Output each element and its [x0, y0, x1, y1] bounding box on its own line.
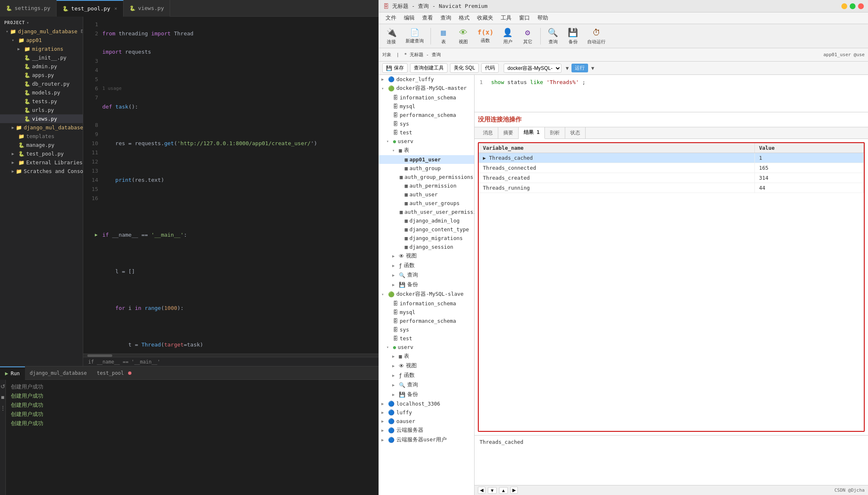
tree-slave-sys[interactable]: 🗄 sys: [379, 325, 474, 334]
tree-slave-mysql[interactable]: 🗄 mysql: [379, 308, 474, 317]
toolbar-newquery-btn[interactable]: 📄 新建查询: [402, 26, 427, 46]
toolbar-func-btn[interactable]: f(x) 函数: [474, 27, 497, 45]
tree-slave-funcs[interactable]: ▶ ƒ 函数: [379, 371, 474, 380]
beautify-btn[interactable]: 美化 SQL: [450, 63, 479, 73]
tree-item-models[interactable]: 🐍 models.py: [0, 88, 83, 97]
tree-item-urls[interactable]: 🐍 urls.py: [0, 106, 83, 114]
tab-settings[interactable]: 🐍 settings.py: [0, 0, 57, 17]
code-btn[interactable]: 代码: [481, 63, 499, 73]
tree-funcs-master[interactable]: ▶ ƒ 函数: [379, 261, 474, 270]
menu-favorites[interactable]: 收藏夹: [474, 14, 497, 22]
result-tab-profile[interactable]: 剖析: [545, 127, 565, 139]
tree-item-db-router[interactable]: 🐍 db_router.py: [0, 79, 83, 88]
menu-format[interactable]: 格式: [455, 14, 473, 22]
run-tab-django[interactable]: django_mul_database: [25, 366, 92, 380]
tree-slave-info[interactable]: 🗄 information_schema: [379, 299, 474, 308]
tree-slave-perf[interactable]: 🗄 performance_schema: [379, 317, 474, 325]
col-header-var[interactable]: Variable_name: [479, 143, 754, 153]
tree-slave-userv[interactable]: ▾ ● userv: [379, 343, 474, 351]
query-creator-btn[interactable]: 查询创建工具: [410, 63, 448, 73]
tree-test[interactable]: 🗄 test: [379, 128, 474, 137]
tree-auth-user-perm[interactable]: ▦ auth_user_user_permissions: [379, 208, 474, 216]
run-stop-btn[interactable]: ■: [0, 393, 5, 401]
table-row-3[interactable]: Threads_running 44: [479, 183, 864, 193]
menu-file[interactable]: 文件: [382, 14, 400, 22]
run-tab-testpool[interactable]: test_pool: [92, 366, 136, 380]
tree-master[interactable]: ▾ 🟢 docker容器-MySQL-master: [379, 84, 474, 93]
tree-auth-perm[interactable]: ▦ auth_permission: [379, 181, 474, 190]
nav-prev-btn[interactable]: ◀: [478, 487, 485, 494]
tree-item-admin[interactable]: 🐍 admin.py: [0, 62, 83, 71]
toolbar-backup-btn[interactable]: 💾 备份: [564, 26, 582, 47]
tree-userv-master[interactable]: ▾ ● userv: [379, 137, 474, 146]
result-tab-msg[interactable]: 消息: [478, 127, 498, 139]
window-close-btn[interactable]: [858, 3, 864, 9]
run-tab-run[interactable]: ▶ Run: [0, 366, 25, 380]
menu-view[interactable]: 查看: [419, 14, 436, 22]
table-row-2[interactable]: Threads_created 314: [479, 173, 864, 183]
tree-django-admin[interactable]: ▦ django_admin_log: [379, 216, 474, 225]
toolbar-table-btn[interactable]: ▦ 表: [434, 26, 453, 47]
run-dropdown-arrow[interactable]: ▼: [591, 65, 594, 71]
tree-item-test-pool-file[interactable]: ▶ 🐍 test_pool.py: [0, 149, 83, 158]
result-tab-summary[interactable]: 摘要: [498, 127, 519, 139]
tree-cloud-user[interactable]: ▶ 🔵 云端服务器user用户: [379, 435, 474, 445]
toolbar-auto-btn[interactable]: ⏱ 自动运行: [584, 26, 609, 47]
nav-up-btn[interactable]: ▲: [499, 487, 508, 494]
run-restart-btn[interactable]: ↺: [0, 382, 6, 391]
connection-select[interactable]: docker容器-MySQL-: [504, 64, 561, 73]
tree-item-templates[interactable]: 📁 templates: [0, 132, 83, 141]
tree-item-ext-libs[interactable]: ▶ 📁 External Libraries: [0, 158, 83, 167]
save-btn[interactable]: 💾 保存: [382, 63, 408, 73]
tree-app01-user[interactable]: ▦ app01_user: [379, 155, 474, 164]
nav-next-btn[interactable]: ▼: [488, 487, 497, 494]
tree-item-scratches[interactable]: ▶ 📁 Scratches and Consoles: [0, 167, 83, 176]
table-row-0[interactable]: ▶ Threads_cached 1: [479, 153, 864, 163]
tree-backup-master[interactable]: ▶ 💾 备份: [379, 280, 474, 290]
tree-slave-backup[interactable]: ▶ 💾 备份: [379, 390, 474, 399]
query-editor[interactable]: 1 show status like 'Threads%' ;: [475, 75, 868, 112]
tab-views[interactable]: 🐍 views.py: [124, 0, 171, 17]
run-query-btn[interactable]: 运行: [571, 64, 588, 72]
project-header[interactable]: Project ▾: [0, 18, 83, 27]
code-content[interactable]: from threading import Thread import requ…: [102, 17, 378, 354]
table-row-1[interactable]: Threads_connected 165: [479, 163, 864, 173]
toolbar-query2-btn[interactable]: 🔍 查询: [544, 26, 562, 47]
code-editor[interactable]: 1 2 3 4 5 6 7 8 9 10 11 12 13: [83, 17, 378, 354]
tree-tables[interactable]: ▾ ▦ 表: [379, 146, 474, 155]
tree-slave-queries[interactable]: ▶ 🔍 查询: [379, 380, 474, 390]
tree-item-manage[interactable]: 🐍 manage.py: [0, 141, 83, 149]
tree-info-schema[interactable]: 🗄 information_schema: [379, 93, 474, 102]
nav-end-btn[interactable]: ▶: [510, 487, 518, 494]
tree-root[interactable]: ▾ 📁 docker_luffy django_mul_database E: [0, 27, 83, 36]
menu-edit[interactable]: 编辑: [401, 14, 418, 22]
tab-test-pool[interactable]: 🐍 test_pool.py ✕: [57, 0, 124, 17]
tree-docker-luffy[interactable]: ▶ 🔵 docker_luffy: [379, 75, 474, 84]
tree-queries-master[interactable]: ▶ 🔍 查询: [379, 270, 474, 280]
tree-localhost[interactable]: ▶ 🔵 localhost_3306: [379, 399, 474, 408]
toolbar-other-btn[interactable]: ⚙ 其它: [519, 26, 537, 47]
menu-window[interactable]: 窗口: [516, 14, 533, 22]
tree-item-views[interactable]: 🐍 views.py: [0, 114, 83, 123]
tree-django-content[interactable]: ▦ django_content_type: [379, 225, 474, 234]
tree-item-apps[interactable]: 🐍 apps.py: [0, 71, 83, 79]
tree-views-master[interactable]: ▶ 👁 视图: [379, 251, 474, 261]
tree-sys[interactable]: 🗄 sys: [379, 119, 474, 128]
tree-django-session[interactable]: ▦ django_session: [379, 243, 474, 251]
toolbar-connect-btn[interactable]: 🔌 连接: [382, 26, 401, 47]
menu-query[interactable]: 查询: [437, 14, 455, 22]
menu-tools[interactable]: 工具: [497, 14, 515, 22]
tree-item-init[interactable]: 🐍 __init__.py: [0, 53, 83, 62]
tab-close-btn[interactable]: ✕: [114, 6, 117, 11]
tree-luffy[interactable]: ▶ 🔵 luffy: [379, 408, 474, 417]
tree-auth-user-groups[interactable]: ▦ auth_user_groups: [379, 199, 474, 208]
tree-django-migrations[interactable]: ▦ django_migrations: [379, 234, 474, 243]
window-min-btn[interactable]: [841, 3, 847, 9]
menu-help[interactable]: 帮助: [534, 14, 551, 22]
result-tab-status[interactable]: 状态: [565, 127, 586, 139]
window-max-btn[interactable]: [850, 3, 856, 9]
tree-slave-views[interactable]: ▶ 👁 视图: [379, 361, 474, 371]
tree-item-migrations[interactable]: ▶ 📁 migrations: [0, 45, 83, 53]
tree-slave[interactable]: ▾ 🟢 docker容器-MySQL-slave: [379, 290, 474, 299]
tree-oauser[interactable]: ▶ 🔵 oauser: [379, 417, 474, 426]
